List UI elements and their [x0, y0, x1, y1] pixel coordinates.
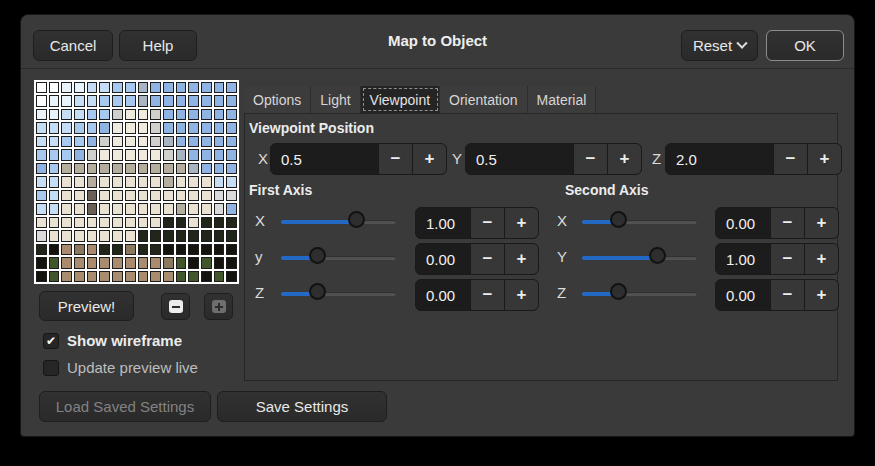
viewpoint-z-decrement-button[interactable]: −: [773, 144, 807, 174]
wireframe-cell: [61, 82, 72, 93]
wireframe-cell: [74, 109, 85, 120]
wireframe-cell: [150, 176, 161, 187]
wireframe-cell: [163, 163, 174, 174]
wireframe-cell: [74, 203, 85, 214]
first-axis-x-slider-handle[interactable]: [348, 211, 365, 228]
plus-icon: +: [817, 249, 827, 269]
first-axis-z-decrement-button[interactable]: −: [470, 280, 504, 310]
viewpoint-z-input[interactable]: [666, 144, 773, 174]
update-preview-live-checkbox-row[interactable]: Update preview live: [43, 359, 198, 376]
wireframe-cell: [112, 109, 123, 120]
first-axis-z-slider-handle[interactable]: [309, 283, 326, 300]
wireframe-cell: [150, 190, 161, 201]
wireframe-cell: [150, 122, 161, 133]
second-axis-x-slider[interactable]: [582, 211, 697, 232]
first-axis-x-input[interactable]: [416, 208, 470, 238]
second-axis-x-label: X: [557, 212, 567, 229]
second-axis-y-decrement-button[interactable]: −: [770, 244, 804, 274]
second-axis-x-decrement-button[interactable]: −: [770, 208, 804, 238]
tab-material[interactable]: Material: [528, 86, 597, 113]
first-axis-z-input[interactable]: [416, 280, 470, 310]
minus-icon: −: [783, 249, 793, 269]
wireframe-cell: [176, 95, 187, 106]
wireframe-cell: [36, 82, 47, 93]
load-saved-settings-button: Load Saved Settings: [39, 391, 211, 422]
wireframe-cell: [61, 203, 72, 214]
wireframe-cell: [176, 109, 187, 120]
second-axis-y-slider-handle[interactable]: [649, 247, 666, 264]
viewpoint-x-input[interactable]: [271, 144, 378, 174]
second-axis-y-slider[interactable]: [582, 247, 697, 268]
first-axis-x-increment-button[interactable]: +: [504, 208, 538, 238]
save-settings-button[interactable]: Save Settings: [217, 391, 387, 422]
first-axis-y-slider-handle[interactable]: [309, 247, 326, 264]
preview-zoom-out-button[interactable]: [161, 293, 190, 320]
wireframe-cell: [163, 244, 174, 255]
wireframe-cell: [61, 244, 72, 255]
notebook: OptionsLightViewpointOrientationMaterial…: [244, 86, 838, 381]
second-axis-z-input[interactable]: [716, 280, 770, 310]
wireframe-cell: [36, 95, 47, 106]
first-axis-y-increment-button[interactable]: +: [504, 244, 538, 274]
wireframe-cell: [150, 136, 161, 147]
second-axis-x-slider-handle[interactable]: [610, 211, 627, 228]
viewpoint-y-input[interactable]: [466, 144, 573, 174]
viewpoint-y-increment-button[interactable]: +: [607, 144, 641, 174]
viewpoint-x-increment-button[interactable]: +: [412, 144, 446, 174]
update-preview-live-checkbox[interactable]: [43, 360, 59, 376]
preview-button[interactable]: Preview!: [39, 291, 134, 321]
first-axis-y-slider[interactable]: [281, 247, 396, 268]
tab-orientation[interactable]: Orientation: [440, 86, 527, 113]
second-axis-z-label: Z: [557, 284, 566, 301]
wireframe-cell: [125, 257, 136, 268]
tab-options[interactable]: Options: [244, 86, 311, 113]
first-axis-z-increment-button[interactable]: +: [504, 280, 538, 310]
second-axis-z-decrement-button[interactable]: −: [770, 280, 804, 310]
second-axis-x-input[interactable]: [716, 208, 770, 238]
wireframe-cell: [138, 176, 149, 187]
viewpoint-y-decrement-button[interactable]: −: [573, 144, 607, 174]
tab-viewpoint[interactable]: Viewpoint: [361, 86, 440, 113]
first-axis-x-decrement-button[interactable]: −: [470, 208, 504, 238]
wireframe-cell: [112, 122, 123, 133]
wireframe-cell: [188, 257, 199, 268]
first-axis-x-slider[interactable]: [281, 211, 396, 232]
ok-button[interactable]: OK: [766, 30, 844, 61]
second-axis-y-label: Y: [557, 248, 567, 265]
second-axis-y-increment-button[interactable]: +: [804, 244, 838, 274]
first-axis-y-input[interactable]: [416, 244, 470, 274]
wireframe-cell: [226, 217, 237, 228]
show-wireframe-checkbox-row[interactable]: ✔ Show wireframe: [43, 332, 182, 349]
minus-icon: −: [483, 285, 493, 305]
second-axis-y-input[interactable]: [716, 244, 770, 274]
wireframe-cell: [49, 230, 60, 241]
wireframe-cell: [74, 230, 85, 241]
first-axis-y-decrement-button[interactable]: −: [470, 244, 504, 274]
second-axis-z-slider[interactable]: [582, 283, 697, 304]
wireframe-cell: [226, 136, 237, 147]
show-wireframe-checkbox[interactable]: ✔: [43, 333, 59, 349]
wireframe-cell: [36, 257, 47, 268]
reset-button[interactable]: Reset: [681, 30, 758, 61]
wireframe-cell: [87, 244, 98, 255]
first-axis-z-slider[interactable]: [281, 283, 396, 304]
wireframe-cell: [125, 176, 136, 187]
wireframe-cell: [226, 95, 237, 106]
tab-light[interactable]: Light: [311, 86, 360, 113]
viewpoint-x-decrement-button[interactable]: −: [378, 144, 412, 174]
viewpoint-z-increment-button[interactable]: +: [807, 144, 841, 174]
second-axis-x-increment-button[interactable]: +: [804, 208, 838, 238]
minus-icon: −: [786, 149, 796, 169]
viewpoint-z-spinner: −+: [665, 143, 842, 175]
wireframe-cell: [188, 203, 199, 214]
tab-strip: OptionsLightViewpointOrientationMaterial: [244, 86, 838, 114]
wireframe-cell: [214, 244, 225, 255]
reset-button-label: Reset: [693, 37, 732, 54]
wireframe-cell: [150, 271, 161, 282]
wireframe-cell: [163, 95, 174, 106]
preview-canvas[interactable]: [34, 80, 239, 284]
first-axis-x-spinner: −+: [415, 207, 539, 239]
wireframe-cell: [188, 176, 199, 187]
second-axis-z-increment-button[interactable]: +: [804, 280, 838, 310]
second-axis-z-slider-handle[interactable]: [610, 283, 627, 300]
